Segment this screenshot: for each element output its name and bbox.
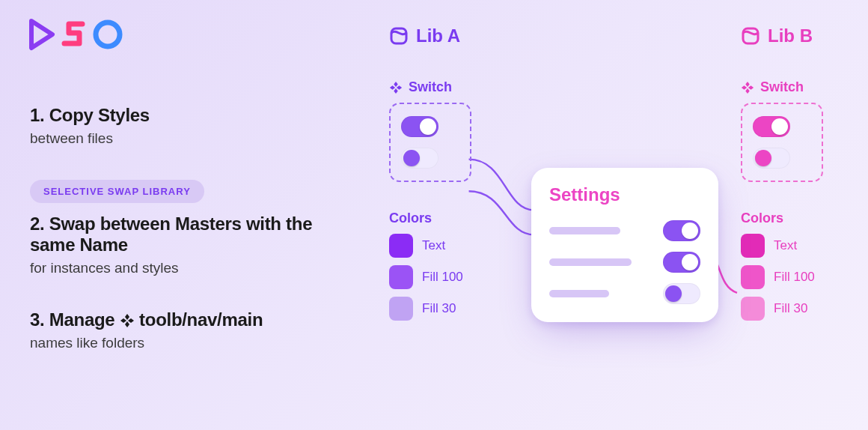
skeleton-line: [549, 258, 632, 266]
color-row: Text: [389, 234, 531, 258]
feature-item-2: SELECTIVE SWAP LIBRARY 2. Swap between M…: [30, 180, 337, 276]
feature-title: 2. Swap between Masters with the same Na…: [30, 214, 337, 255]
lib-title: Lib A: [416, 25, 460, 46]
switch-label: Switch: [409, 79, 452, 95]
diamond-icon: [389, 81, 403, 94]
feature-sub: between files: [30, 130, 337, 147]
settings-toggle[interactable]: [663, 220, 700, 241]
settings-row: [549, 220, 700, 241]
feature-sub: names like folders: [30, 335, 337, 351]
toggle-off[interactable]: [401, 148, 438, 169]
color-swatch: [389, 234, 413, 258]
color-swatch: [389, 297, 413, 321]
settings-row: [549, 252, 700, 273]
colors-label: Colors: [741, 211, 868, 226]
feature-sub: for instances and styles: [30, 260, 337, 276]
colors-list-b: Text Fill 100 Fill 30: [741, 234, 868, 321]
feature-item-3: 3. Manage toolb/nav/main names like fold…: [30, 309, 337, 351]
svg-point-0: [96, 22, 120, 46]
switch-component-box: [741, 103, 823, 182]
color-row: Fill 100: [741, 265, 868, 289]
dso-logo: [27, 18, 124, 51]
skeleton-line: [549, 290, 609, 297]
diamond-icon: [741, 81, 754, 94]
color-swatch: [741, 265, 765, 289]
color-swatch: [389, 265, 413, 289]
feature-title: 1. Copy Styles: [30, 105, 337, 126]
color-row: Text: [741, 234, 868, 258]
lib-a-column: Lib A Switch Colors Text Fill 100: [389, 25, 531, 321]
swap-diagram: Lib A Switch Colors Text Fill 100: [389, 25, 853, 415]
feature-list: 1. Copy Styles between files SELECTIVE S…: [30, 105, 337, 384]
settings-toggle[interactable]: [663, 283, 700, 304]
settings-toggle[interactable]: [663, 252, 700, 273]
letter-o-icon: [91, 18, 124, 51]
color-row: Fill 30: [741, 297, 868, 321]
color-swatch: [741, 297, 765, 321]
library-icon: [389, 26, 409, 46]
toggle-on[interactable]: [753, 116, 790, 137]
color-swatch: [741, 234, 765, 258]
play-triangle-icon: [27, 18, 57, 51]
toggle-on[interactable]: [401, 116, 438, 137]
skeleton-line: [549, 227, 620, 234]
lib-title: Lib B: [768, 25, 813, 46]
lib-b-column: Lib B Switch Colors Text Fill 100: [741, 25, 868, 321]
color-row: Fill 100: [389, 265, 531, 289]
letter-s-icon: [61, 18, 87, 51]
switch-component-box: [389, 103, 471, 182]
settings-row: [549, 283, 700, 304]
colors-label: Colors: [389, 211, 531, 226]
color-row: Fill 30: [389, 297, 531, 321]
colors-list-a: Text Fill 100 Fill 30: [389, 234, 531, 321]
feature-title: 3. Manage toolb/nav/main: [30, 309, 337, 330]
feature-badge: SELECTIVE SWAP LIBRARY: [30, 180, 204, 203]
switch-label: Switch: [760, 79, 804, 95]
settings-title: Settings: [549, 184, 700, 205]
diamond-icon: [120, 312, 135, 327]
settings-card: Settings: [531, 168, 718, 322]
toggle-off[interactable]: [753, 148, 790, 169]
library-icon: [741, 26, 760, 46]
feature-item-1: 1. Copy Styles between files: [30, 105, 337, 147]
